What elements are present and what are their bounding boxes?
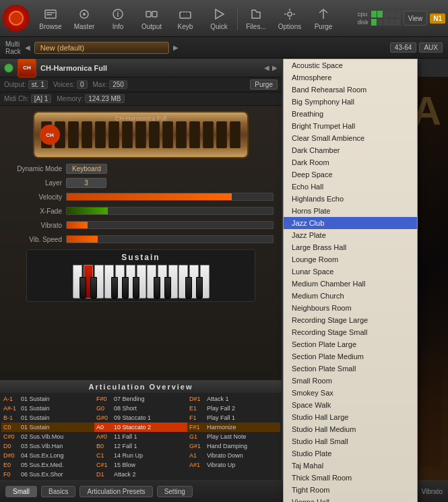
art-row[interactable]: C#1 15 Blow xyxy=(94,460,187,470)
dropdown-item-horns-plate[interactable]: Horns Plate xyxy=(284,205,417,217)
dropdown-item-vienna-hall[interactable]: Vienna Hall xyxy=(284,496,417,502)
vibrato-bar[interactable] xyxy=(66,221,274,229)
art-row[interactable]: E0 05 Sus.Ex.Med. xyxy=(1,460,94,470)
dropdown-item-clear-small-ambience[interactable]: Clear Small Ambience xyxy=(284,132,417,144)
dropdown-item-lounge-room[interactable]: Lounge Room xyxy=(284,253,417,265)
toolbar-output-button[interactable]: Output xyxy=(135,3,168,34)
dropdown-item-space-walk[interactable]: Space Walk xyxy=(284,399,417,411)
art-row[interactable]: A#-1 01 Sustain xyxy=(1,404,94,413)
art-row-highlight[interactable]: F#1 Harmonize xyxy=(187,422,280,432)
art-row[interactable]: B-1 01 Sustain xyxy=(1,413,94,422)
dropdown-item-jazz-plate[interactable]: Jazz Plate xyxy=(284,229,417,241)
art-row[interactable]: A#1 Vibrato Up xyxy=(187,460,280,470)
art-row[interactable]: A1 Vibrato Down xyxy=(187,451,280,460)
dropdown-item-dark-room[interactable]: Dark Room xyxy=(284,156,417,168)
dropdown-item-recording-stage-small[interactable]: Recording Stage Small xyxy=(284,326,417,338)
key-as[interactable] xyxy=(133,277,139,299)
toolbar-keyb-button[interactable]: Keyb xyxy=(168,3,202,34)
art-row[interactable]: A#0 11 Fall 1 xyxy=(94,432,187,441)
dropdown-item-large-brass-hall[interactable]: Large Brass Hall xyxy=(284,241,417,253)
art-row[interactable]: E1 Play Fall 2 xyxy=(187,404,280,413)
key-fs2[interactable] xyxy=(185,277,192,299)
key-gs2[interactable] xyxy=(196,277,203,299)
xfade-bar[interactable] xyxy=(66,207,274,215)
dropdown-item-studio-hall-medium[interactable]: Studio Hall Medium xyxy=(284,423,417,435)
dropdown-item-medium-chamber-hall[interactable]: Medium Chamber Hall xyxy=(284,278,417,290)
toolbar-master-button[interactable]: Master xyxy=(67,3,101,34)
tab-setting[interactable]: Setting xyxy=(157,486,193,497)
dropdown-item-recording-stage-large[interactable]: Recording Stage Large xyxy=(284,314,417,326)
tab-basics[interactable]: Basics xyxy=(41,486,75,497)
key-ds[interactable] xyxy=(90,277,97,299)
art-row-selected[interactable]: A0 10 Staccato 2 xyxy=(94,422,187,432)
key-ds2[interactable] xyxy=(164,277,171,299)
logo-button[interactable] xyxy=(3,5,30,32)
art-row[interactable]: A-1 01 Sustain xyxy=(1,394,94,404)
dropdown-item-echo-hall[interactable]: Echo Hall xyxy=(284,181,417,193)
key-cs[interactable] xyxy=(79,277,86,299)
dropdown-item-deep-space[interactable]: Deep Space xyxy=(284,168,417,181)
art-row[interactable]: B0 12 Fall 1 xyxy=(94,441,187,451)
art-row[interactable]: D1 Attack 2 xyxy=(94,470,187,479)
dropdown-item-atmosphere[interactable]: Atmosphere xyxy=(284,71,417,84)
toolbar-quick-button[interactable]: Quick xyxy=(202,3,236,34)
art-row[interactable]: F1 Play Fall 1 xyxy=(187,413,280,422)
art-row-highlight[interactable]: C0 01 Sustain xyxy=(1,422,94,432)
inst-arrow-right[interactable]: ▶ xyxy=(272,64,278,71)
key-gs[interactable] xyxy=(122,277,129,299)
tab-articulation-presets[interactable]: Articulation Presets xyxy=(79,486,152,497)
inst-arrow-left[interactable]: ◀ xyxy=(264,64,269,71)
art-row[interactable]: G#1 Hand Damping xyxy=(187,441,280,451)
art-row[interactable]: D#0 04 Sus.Ex.Long xyxy=(1,451,94,460)
velocity-bar[interactable] xyxy=(66,193,274,201)
toolbar-files-button[interactable]: Files... xyxy=(239,3,273,34)
dropdown-item-acoustic-space[interactable]: Acoustic Space xyxy=(284,59,417,71)
dropdown-item-section-plate-medium[interactable]: Section Plate Medium xyxy=(284,350,417,363)
purge-button[interactable]: Purge xyxy=(250,80,278,90)
memory-param: Memory: 124.23 MB xyxy=(57,94,124,103)
art-row[interactable]: C#0 02 Sus.Vib.Mou xyxy=(1,432,94,441)
art-row[interactable]: G#0 09 Staccato 1 xyxy=(94,413,187,422)
view-button[interactable]: View xyxy=(404,11,428,26)
dropdown-item-tight-room[interactable]: Tight Room xyxy=(284,484,417,496)
dropdown-item-taj-mahal[interactable]: Taj Mahal xyxy=(284,460,417,472)
art-row[interactable]: D#1 Attack 1 xyxy=(187,394,280,404)
dropdown-item-highlands-echo[interactable]: Highlands Echo xyxy=(284,193,417,205)
dropdown-item-studio-plate[interactable]: Studio Plate xyxy=(284,447,417,460)
art-row[interactable]: F#0 07 Bending xyxy=(94,394,187,404)
dropdown-item-section-plate-small[interactable]: Section Plate Small xyxy=(284,363,417,375)
dropdown-item-medium-church[interactable]: Medium Church xyxy=(284,290,417,302)
dropdown-item-section-plate-large[interactable]: Section Plate Large xyxy=(284,338,417,350)
art-row[interactable]: D0 03 Sus.Vib.Han xyxy=(1,441,94,451)
dropdown-item-studio-hall-large[interactable]: Studio Hall Large xyxy=(284,411,417,423)
dropdown-item-breathing[interactable]: Breathing xyxy=(284,108,417,120)
dropdown-item-neighbours-room[interactable]: Neighbours Room xyxy=(284,302,417,314)
rack-preset-name[interactable]: New (default) xyxy=(34,42,169,54)
dropdown-item-smokey-sax[interactable]: Smokey Sax xyxy=(284,387,417,399)
toolbar-options-button[interactable]: Options xyxy=(273,3,307,34)
dropdown-item-thick-small-room[interactable]: Thick Small Room xyxy=(284,472,417,484)
range-button[interactable]: 43-64 xyxy=(390,42,417,53)
aux-button[interactable]: AUX xyxy=(419,42,443,53)
art-row[interactable]: C1 14 Run Up xyxy=(94,451,187,460)
art-row[interactable]: G0 08 Short xyxy=(94,404,187,413)
dropdown-item-lunar-space[interactable]: Lunar Space xyxy=(284,265,417,278)
rack-arrow-left[interactable]: ◀ xyxy=(25,44,30,51)
dropdown-item-band-rehearsal-room[interactable]: Band Rehearsal Room xyxy=(284,84,417,96)
toolbar-info-button[interactable]: i Info xyxy=(101,3,135,34)
dropdown-item-big-symphony-hall[interactable]: Big Symphony Hall xyxy=(284,96,417,108)
rack-arrow-right[interactable]: ▶ xyxy=(173,44,179,51)
dropdown-item-studio-hall-small[interactable]: Studio Hall Small xyxy=(284,435,417,447)
toolbar-browse-button[interactable]: Browse xyxy=(34,3,67,34)
dropdown-item-bright-trumpet-hall[interactable]: Bright Trumpet Hall xyxy=(284,120,417,132)
key-cs2[interactable] xyxy=(154,277,160,299)
dropdown-item-jazz-club[interactable]: Jazz Club xyxy=(284,217,417,229)
key-fs[interactable] xyxy=(111,277,118,299)
art-row[interactable]: F0 06 Sus.Ex.Shor xyxy=(1,470,94,479)
dropdown-item-small-room[interactable]: Small Room xyxy=(284,375,417,387)
tab-small[interactable]: Small xyxy=(5,486,37,497)
toolbar-purge-button[interactable]: Purge xyxy=(307,3,340,34)
vibspeed-bar[interactable] xyxy=(66,235,274,243)
art-row[interactable]: G1 Play Last Note xyxy=(187,432,280,441)
dropdown-item-dark-chamber[interactable]: Dark Chamber xyxy=(284,144,417,156)
